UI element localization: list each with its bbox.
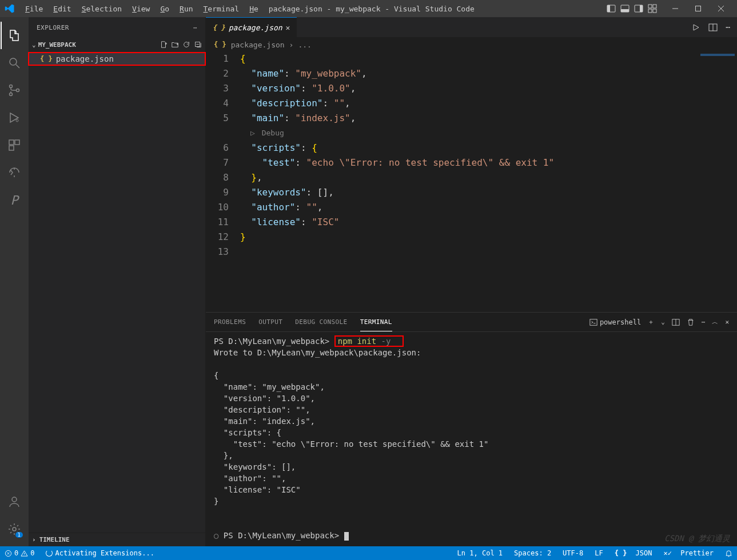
code-line[interactable]: 5 "main": "index.js", [206, 111, 737, 126]
status-eol[interactable]: LF [592, 549, 605, 557]
tab-package-json[interactable]: { } package.json ✕ [206, 17, 297, 37]
titlebar: FileEditSelectionViewGoRunTerminalHe pac… [0, 0, 737, 17]
run-debug-view-icon[interactable] [1, 104, 28, 131]
new-folder-icon[interactable] [171, 41, 179, 49]
layout-controls [607, 4, 657, 13]
menu-item[interactable]: Selection [77, 2, 126, 15]
code-line[interactable]: 10 "author": "", [206, 200, 737, 215]
bottom-panel: PROBLEMS OUTPUT DEBUG CONSOLE TERMINAL p… [206, 312, 737, 546]
line-number: 5 [206, 111, 240, 126]
prettier-view-icon[interactable]: P [1, 186, 28, 214]
json-file-icon: { } [615, 549, 627, 557]
code-line[interactable]: 7 "test": "echo \"Error: no test specifi… [206, 155, 737, 170]
file-name: package.json [56, 54, 114, 63]
run-file-icon[interactable] [691, 23, 700, 32]
close-panel-icon[interactable]: ✕ [725, 318, 729, 326]
code-line[interactable]: 8 }, [206, 170, 737, 185]
panel-tab-terminal[interactable]: TERMINAL [360, 313, 392, 331]
line-number: 3 [206, 81, 240, 96]
code-line[interactable]: 3 "version": "1.0.0", [206, 81, 737, 96]
menu-item[interactable]: File [21, 2, 47, 15]
toggle-panel-left-icon[interactable] [607, 4, 616, 13]
minimap[interactable] [700, 54, 735, 77]
panel-more-icon[interactable]: ⋯ [702, 318, 706, 326]
code-line[interactable]: 9 "keywords": [], [206, 185, 737, 200]
status-encoding[interactable]: UTF-8 [560, 549, 586, 557]
status-cursor-position[interactable]: Ln 1, Col 1 [455, 549, 505, 557]
toggle-panel-right-icon[interactable] [634, 4, 643, 13]
line-number: 12 [206, 230, 240, 245]
code-line[interactable]: 13 [206, 245, 737, 259]
maximize-panel-icon[interactable]: ︿ [712, 318, 718, 326]
kill-terminal-icon[interactable] [687, 318, 695, 326]
window-controls [664, 0, 732, 17]
folder-name[interactable]: MY_WEBPACK [38, 41, 76, 49]
panel-tab-debug-console[interactable]: DEBUG CONSOLE [295, 313, 347, 331]
code-line[interactable]: 2 "name": "my_webpack", [206, 66, 737, 81]
customize-layout-icon[interactable] [648, 4, 657, 13]
status-language[interactable]: { } JSON [612, 549, 655, 557]
minimize-button[interactable] [664, 0, 687, 17]
accounts-icon[interactable] [1, 488, 28, 515]
json-file-icon: { } [40, 55, 53, 63]
svg-rect-21 [15, 140, 19, 145]
collapse-all-icon[interactable] [194, 41, 202, 49]
line-number: 4 [206, 96, 240, 111]
chevron-down-icon[interactable]: ⌄ [32, 41, 36, 49]
search-view-icon[interactable] [1, 49, 28, 77]
code-line[interactable]: 11 "license": "ISC" [206, 215, 737, 230]
line-number: 9 [206, 185, 240, 200]
code-line[interactable]: 12} [206, 230, 737, 245]
terminal-output[interactable]: PS D:\MyLean\my_webpack> npm init -y Wro… [206, 332, 737, 546]
file-tree-item[interactable]: { } package.json [28, 52, 206, 66]
new-terminal-icon[interactable]: ＋ [648, 318, 654, 326]
status-notifications-icon[interactable] [722, 550, 735, 557]
menu-item[interactable]: He [245, 2, 263, 15]
extensions-view-icon[interactable] [1, 131, 28, 159]
menu-item[interactable]: Run [175, 2, 197, 15]
status-prettier[interactable]: ✕✓ Prettier [661, 549, 716, 557]
status-errors[interactable]: 0 0 [2, 549, 37, 557]
status-indentation[interactable]: Spaces: 2 [511, 549, 554, 557]
tab-bar: { } package.json ✕ ⋯ [206, 17, 737, 38]
split-terminal-icon[interactable] [672, 318, 680, 326]
source-control-view-icon[interactable] [1, 77, 28, 104]
svg-rect-6 [648, 5, 652, 8]
sidebar-more-icon[interactable]: ⋯ [193, 24, 197, 31]
timeline-section[interactable]: › TIMELINE [29, 533, 205, 546]
terminal-dropdown-icon[interactable]: ⌄ [661, 318, 665, 326]
maximize-button[interactable] [687, 0, 710, 17]
code-line[interactable]: 4 "description": "", [206, 96, 737, 111]
settings-gear-icon[interactable]: 1 [1, 515, 28, 543]
close-window-button[interactable] [710, 0, 732, 17]
code-line[interactable]: 1{ [206, 51, 737, 66]
spinner-icon [46, 550, 53, 557]
status-activating[interactable]: Activating Extensions... [43, 549, 157, 557]
chevron-right-icon: › [32, 536, 36, 543]
menu-item[interactable]: Terminal [199, 2, 244, 15]
panel-tab-output[interactable]: OUTPUT [258, 313, 282, 331]
close-tab-icon[interactable]: ✕ [286, 23, 290, 32]
menu-item[interactable]: View [128, 2, 154, 15]
svg-rect-3 [621, 9, 629, 12]
debug-codelens[interactable]: Debug [206, 126, 737, 141]
menu-item[interactable]: Edit [49, 2, 75, 15]
split-editor-icon[interactable] [708, 23, 718, 32]
terminal-shell-label[interactable]: powershell [589, 318, 641, 326]
editor-more-icon[interactable]: ⋯ [726, 23, 730, 31]
menu-item[interactable]: Go [156, 2, 174, 15]
sidebar-explorer: EXPLORER ⋯ ⌄ MY_WEBPACK { } package.json… [29, 17, 206, 546]
panel-tab-problems[interactable]: PROBLEMS [214, 313, 246, 331]
refresh-icon[interactable] [182, 41, 190, 49]
code-line[interactable]: 6 "scripts": { [206, 141, 737, 155]
explorer-view-icon[interactable] [1, 22, 28, 49]
svg-point-14 [10, 58, 17, 65]
toggle-panel-bottom-icon[interactable] [620, 4, 630, 13]
remote-view-icon[interactable] [1, 159, 28, 186]
line-number: 2 [206, 66, 240, 81]
line-number: 8 [206, 170, 240, 185]
svg-point-17 [10, 93, 13, 96]
new-file-icon[interactable] [160, 41, 168, 49]
code-editor[interactable]: 1{2 "name": "my_webpack",3 "version": "1… [206, 51, 737, 312]
breadcrumb[interactable]: { } package.json › ... [206, 38, 737, 51]
